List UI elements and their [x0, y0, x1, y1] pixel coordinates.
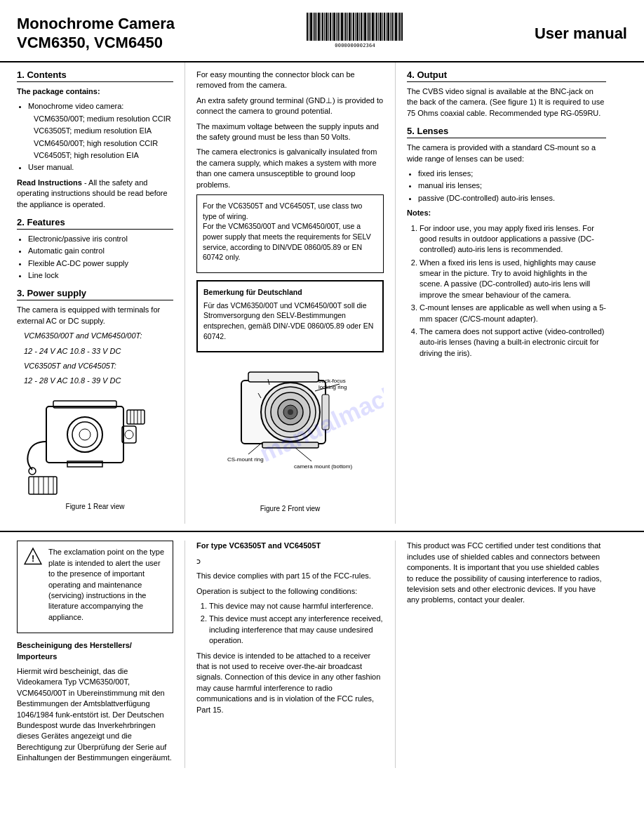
fcc-right-text: This product was FCC certified under tes…	[407, 541, 606, 605]
list-item: VCM6350/00T; medium resolution CCIR	[28, 114, 173, 124]
fcc-title: For type VC63505T and VC64505T	[196, 541, 384, 551]
svg-rect-37	[378, 13, 379, 41]
manual-title: User manual	[535, 25, 627, 43]
svg-rect-38	[380, 13, 382, 41]
svg-point-54	[72, 422, 98, 447]
svg-rect-5	[316, 13, 317, 41]
svg-rect-13	[332, 13, 333, 41]
bottom-middle: For type VC63505T and VC64505T ↄ This de…	[185, 541, 396, 767]
svg-rect-18	[341, 13, 343, 41]
svg-rect-32	[368, 13, 370, 41]
svg-rect-7	[321, 13, 321, 41]
list-item: For indoor use, you may apply fixed iris…	[420, 223, 606, 256]
svg-rect-29	[363, 13, 363, 41]
figure2-caption: Figure 2 Front view	[196, 504, 384, 514]
list-item: VCM6450/00T; high resolution CCIR	[28, 138, 173, 149]
section1-title: 1. Contents	[17, 70, 173, 82]
ground-text: An extra safety ground terminal (GND⊥) i…	[196, 95, 384, 117]
voltage-text: The maximum voltage between the supply i…	[196, 121, 384, 143]
connector-text: For easy mounting the connector block ca…	[196, 70, 384, 91]
rear-view-camera-svg	[25, 392, 166, 498]
svg-rect-44	[391, 13, 393, 41]
section4-text: The CVBS video signal is available at th…	[407, 86, 606, 119]
left-column: 1. Contents The package contains: Monoch…	[17, 62, 185, 524]
manual-title-text: User manual	[535, 25, 627, 43]
section3-title: 3. Power supply	[17, 288, 173, 300]
main-content: 1. Contents The package contains: Monoch…	[0, 62, 644, 524]
list-item: manual iris lenses;	[418, 180, 606, 191]
svg-rect-58	[127, 410, 145, 424]
svg-rect-36	[376, 13, 377, 41]
svg-rect-41	[386, 13, 387, 41]
notice2-title: Bemerkung für Deutschland	[203, 287, 377, 298]
package-label: The package contains:	[17, 86, 173, 97]
bescheinigung-body: Hiermit wird bescheinigt, das die Videok…	[17, 666, 173, 764]
svg-point-78	[288, 409, 293, 415]
notice-box-2: Bemerkung für Deutschland Für das VCM635…	[196, 280, 384, 352]
list-item: This device must accept any interference…	[209, 614, 384, 646]
list-item: Line lock	[28, 270, 173, 281]
fcc-intro-text: This device complies with part 15 of the…	[196, 571, 384, 581]
svg-rect-2	[310, 13, 312, 41]
barcode-image: 0 0 0 0 0 0 0 0 0 2 3 6 4	[305, 13, 403, 54]
svg-rect-16	[337, 13, 339, 41]
svg-rect-19	[344, 13, 344, 41]
svg-rect-4	[314, 13, 316, 41]
svg-rect-40	[384, 13, 385, 41]
svg-rect-65	[29, 477, 57, 494]
svg-rect-49	[401, 13, 403, 41]
svg-text:locking ring: locking ring	[318, 384, 347, 390]
svg-rect-6	[318, 13, 320, 41]
fcc-list: This device may not cause harmful interf…	[196, 601, 384, 647]
svg-rect-20	[345, 13, 347, 41]
title-line2: VCM6350, VCM6450	[17, 34, 175, 52]
warning-text: The exclamation point on the type plate …	[48, 547, 167, 623]
middle-column: For easy mounting the connector block ca…	[185, 62, 396, 524]
notice1-text: For the VC63505T and VC64505T, use class…	[203, 201, 377, 263]
list-item: C-mount lenses are applicable as well wh…	[420, 303, 606, 324]
svg-rect-28	[361, 13, 362, 41]
voltage1: 12 - 24 V AC 10.8 - 33 V DC	[17, 346, 173, 357]
svg-rect-43	[390, 13, 391, 41]
barcode-area: 0 0 0 0 0 0 0 0 0 2 3 6 4	[305, 13, 403, 54]
svg-rect-22	[349, 13, 351, 41]
svg-rect-14	[333, 13, 335, 41]
svg-rect-45	[394, 13, 394, 41]
read-instructions: Read Instructions - All the safety and o…	[17, 178, 173, 210]
svg-rect-31	[367, 13, 368, 41]
warning-triangle-icon: !	[23, 547, 43, 567]
list-item: When a fixed iris lens is used, highligh…	[420, 258, 606, 301]
list-item: Flexible AC-DC power supply	[28, 258, 173, 269]
svg-rect-39	[382, 13, 383, 41]
bescheinigung-title: Bescheinigung des Herstellers/ Importeur…	[17, 640, 173, 662]
power-intro: The camera is equipped with terminals fo…	[17, 305, 173, 326]
svg-rect-0	[307, 13, 308, 41]
svg-rect-27	[359, 13, 360, 41]
models2: VC63505T and VC64505T:	[17, 361, 173, 371]
fcc-attachment: This device is intended to be attached t…	[196, 651, 384, 715]
bottom-left: ! The exclamation point on the type plat…	[17, 541, 185, 767]
svg-rect-46	[395, 13, 397, 41]
notice2-body: Für das VCM6350/00T und VCM6450/00T soll…	[203, 300, 377, 342]
svg-rect-30	[364, 13, 366, 41]
section5-intro: The camera is provided with a standard C…	[407, 143, 606, 164]
page-header: Monochrome Camera VCM6350, VCM6450	[0, 0, 644, 62]
warning-box: ! The exclamation point on the type plat…	[17, 541, 173, 633]
svg-rect-21	[347, 13, 348, 41]
svg-rect-47	[398, 13, 398, 41]
figure1-caption: Figure 1 Rear view	[17, 502, 173, 512]
svg-rect-33	[370, 13, 371, 41]
svg-text:0  0 0 0 0 0 0  0 0 2 3 6 4: 0 0 0 0 0 0 0 0 0 2 3 6 4	[335, 43, 375, 48]
voltage2: 12 - 28 V AC 10.8 - 39 V DC	[17, 376, 173, 386]
title-line1: Monochrome Camera	[17, 15, 175, 33]
svg-text:CS-mount ring: CS-mount ring	[227, 456, 264, 463]
svg-rect-12	[330, 13, 331, 41]
bottom-right: This product was FCC certified under tes…	[396, 541, 606, 767]
insulation-text: The camera electronics is galvanically i…	[196, 147, 384, 190]
svg-rect-42	[387, 13, 389, 41]
product-title: Monochrome Camera VCM6350, VCM6450	[17, 15, 175, 52]
list-item: Electronic/passive iris control	[28, 234, 173, 244]
svg-text:camera mount (bottom): camera mount (bottom)	[294, 463, 352, 470]
svg-rect-8	[322, 13, 323, 41]
right-column: 4. Output The CVBS video signal is avail…	[396, 62, 606, 524]
